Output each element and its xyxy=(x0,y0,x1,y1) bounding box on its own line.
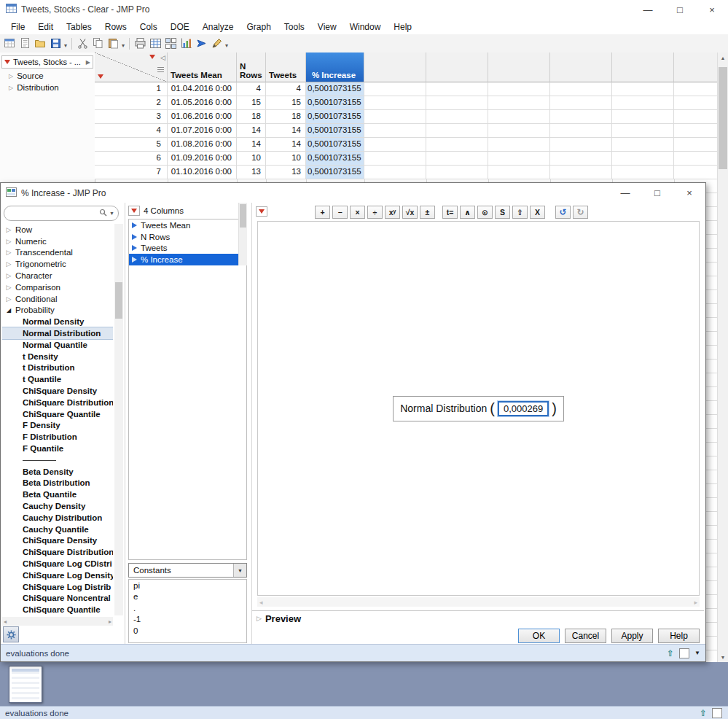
expand-triangle-icon[interactable] xyxy=(5,260,12,268)
panel-collapse-icon[interactable]: ◁ xyxy=(160,54,165,61)
scrollbar-thumb[interactable] xyxy=(115,282,122,319)
menu-item[interactable]: Tools xyxy=(278,22,311,32)
window-thumbnail[interactable] xyxy=(9,666,42,703)
function-list-item[interactable]: ChiSquare Log Distrib xyxy=(2,581,113,593)
function-list-item[interactable]: Normal Quantile xyxy=(2,339,113,351)
constant-item[interactable]: pi xyxy=(129,580,246,591)
function-list-item[interactable]: Normal Distribution xyxy=(2,327,113,339)
cell-tweets[interactable]: 15 xyxy=(266,96,306,110)
scroll-to-top-icon[interactable]: ⇧ xyxy=(667,649,674,658)
function-list-item[interactable]: Beta Quantile xyxy=(2,489,113,500)
ok-button[interactable]: OK xyxy=(518,629,560,643)
function-list-item[interactable]: Beta Distribution xyxy=(2,478,113,489)
row-number-cell[interactable]: 4 xyxy=(95,124,168,138)
table-row[interactable]: 7 01.10.2016 0:00 13 13 0,5001073155 xyxy=(95,166,718,179)
dialog-minimize-button[interactable]: — xyxy=(609,183,641,203)
minus-button[interactable]: − xyxy=(332,206,348,219)
function-list-item[interactable]: Comparison xyxy=(2,281,113,293)
side-panel-item[interactable]: ▷ Distribution xyxy=(0,82,95,93)
chart-bars-icon[interactable] xyxy=(179,36,194,51)
expand-triangle-icon[interactable] xyxy=(5,284,12,291)
function-list-item[interactable]: ChiSquare Quantile xyxy=(2,408,113,420)
raise-button[interactable]: ∧ xyxy=(460,206,475,219)
filter-input[interactable] xyxy=(8,209,99,219)
scrollbar-thumb[interactable] xyxy=(719,67,727,169)
side-panel-header[interactable]: Tweets, Stocks - ... ▶ xyxy=(1,55,93,69)
expand-triangle-icon[interactable] xyxy=(5,226,12,233)
toolbar-overflow-icon[interactable]: ▾ xyxy=(64,42,67,49)
red-triangle-menu-icon[interactable] xyxy=(4,60,10,64)
scroll-left-icon[interactable]: ◂ xyxy=(4,618,7,625)
function-list-item[interactable]: t Quantile xyxy=(2,373,113,385)
empty-cell[interactable] xyxy=(426,124,488,138)
empty-cell[interactable] xyxy=(364,110,426,124)
status-checkbox[interactable] xyxy=(679,648,689,658)
function-list-item[interactable]: Cauchy Quantile xyxy=(2,524,113,535)
cell-tweets-mean[interactable]: 01.06.2016 0:00 xyxy=(168,110,237,124)
cell-tweets-mean[interactable]: 01.07.2016 0:00 xyxy=(168,124,237,138)
empty-cell[interactable] xyxy=(364,82,426,96)
empty-cell[interactable] xyxy=(488,138,550,152)
sign-button[interactable]: ± xyxy=(420,206,435,219)
empty-cell[interactable] xyxy=(612,124,674,138)
cell-n-rows[interactable]: 18 xyxy=(237,110,266,124)
print-icon[interactable] xyxy=(133,36,148,51)
constant-item[interactable]: 0 xyxy=(129,625,246,637)
scroll-to-top-icon[interactable]: ⇧ xyxy=(700,709,707,718)
function-list-item[interactable]: Conditional xyxy=(2,293,113,305)
cell-n-rows[interactable]: 13 xyxy=(237,166,266,179)
function-list-item[interactable]: Normal Density xyxy=(2,316,113,327)
empty-column-header[interactable] xyxy=(426,53,488,82)
panel-collapse-icon[interactable]: ▶ xyxy=(86,59,90,66)
layout-grid-icon[interactable] xyxy=(163,36,179,51)
function-list-item[interactable]: ChiSquare Distribution xyxy=(2,546,113,558)
constants-scrollbar[interactable] xyxy=(238,203,247,265)
scroll-up-icon[interactable]: ▲ xyxy=(718,53,728,63)
scroll-right-icon[interactable]: ▸ xyxy=(109,618,111,625)
function-list-item[interactable]: t Density xyxy=(2,351,113,362)
empty-cell[interactable] xyxy=(674,96,718,110)
undo-button[interactable]: ↺ xyxy=(555,206,571,219)
maximize-button[interactable]: □ xyxy=(664,0,696,19)
table-row[interactable]: 2 01.05.2016 0:00 15 15 0,5001073155 xyxy=(95,96,718,110)
cell-percent-increase[interactable]: 0,5001073155 xyxy=(306,96,364,110)
root-button[interactable]: √x xyxy=(402,206,418,219)
local-variable-button[interactable]: t= xyxy=(442,206,458,219)
cell-percent-increase[interactable]: 0,5001073155 xyxy=(306,110,364,124)
empty-cell[interactable] xyxy=(612,138,674,152)
function-list-item[interactable]: Cauchy Density xyxy=(2,500,113,512)
paste-icon[interactable] xyxy=(106,36,121,51)
formula-argument-field[interactable]: 0,000269 xyxy=(498,401,549,416)
apply-button[interactable]: Apply xyxy=(611,629,653,643)
expand-triangle-icon[interactable] xyxy=(5,307,12,314)
function-list-item[interactable]: F Distribution xyxy=(2,431,113,443)
plus-button[interactable]: + xyxy=(315,206,330,219)
empty-cell[interactable] xyxy=(612,82,674,96)
empty-cell[interactable] xyxy=(550,96,612,110)
constant-item[interactable]: . xyxy=(129,602,246,614)
empty-cell[interactable] xyxy=(364,124,426,138)
cut-icon[interactable] xyxy=(75,36,90,51)
table-row[interactable]: 3 01.06.2016 0:00 18 18 0,5001073155 xyxy=(95,110,718,124)
table-grid-icon[interactable] xyxy=(148,36,163,51)
cell-tweets-mean[interactable]: 01.05.2016 0:00 xyxy=(168,96,237,110)
empty-cell[interactable] xyxy=(550,138,612,152)
empty-cell[interactable] xyxy=(674,124,718,138)
column-list-item[interactable]: N Rows xyxy=(129,231,246,243)
cell-n-rows[interactable]: 15 xyxy=(237,96,266,110)
cell-n-rows[interactable]: 4 xyxy=(237,82,266,96)
save-icon[interactable] xyxy=(48,36,63,51)
empty-cell[interactable] xyxy=(426,82,488,96)
function-list-item[interactable]: Beta Density xyxy=(2,466,113,478)
function-list-item[interactable]: ChiSquare Density xyxy=(2,535,113,547)
cell-tweets-mean[interactable]: 01.08.2016 0:00 xyxy=(168,138,237,152)
row-number-cell[interactable]: 3 xyxy=(95,110,168,124)
function-list-hscrollbar[interactable]: ◂▸ xyxy=(2,617,113,626)
open-file-icon[interactable] xyxy=(33,36,48,51)
filter-dropdown-icon[interactable]: ▼ xyxy=(109,211,114,216)
function-list-item[interactable]: Trigonometric xyxy=(2,258,113,270)
empty-cell[interactable] xyxy=(488,96,550,110)
empty-cell[interactable] xyxy=(488,152,550,166)
cell-percent-increase[interactable]: 0,5001073155 xyxy=(306,166,364,179)
preview-section[interactable]: ▷ Preview xyxy=(252,610,704,626)
